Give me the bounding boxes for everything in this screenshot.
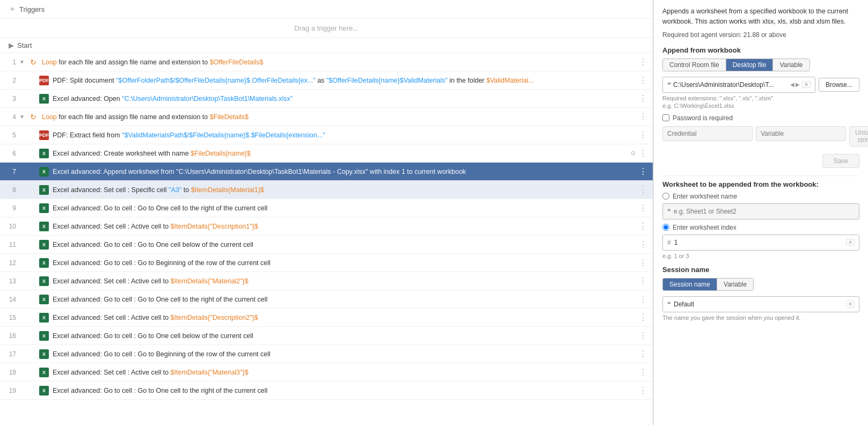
step-more-btn-18[interactable]: ⋮: [638, 367, 648, 377]
session-hint: The name you gave the session when you o…: [662, 314, 859, 321]
plus-icon: ＋: [9, 4, 16, 14]
step-more-btn-19[interactable]: ⋮: [638, 385, 648, 395]
clear-index-btn[interactable]: ✕: [846, 239, 855, 246]
step-more-btn-6[interactable]: ⋮: [638, 148, 648, 158]
step-text-2: PDF: Split document "$OfferFolderPath$/$…: [53, 77, 638, 84]
step-num-12: 12: [4, 259, 19, 267]
step-more-btn-1[interactable]: ⋮: [638, 57, 648, 67]
password-label: Password is required: [673, 114, 733, 122]
step-num-17: 17: [4, 350, 19, 358]
worksheet-name-input-box[interactable]: ❝: [662, 203, 859, 219]
step-row-4[interactable]: 4▼↻Loop for each file and assign file na…: [0, 108, 653, 126]
step-row-16[interactable]: 16XExcel advanced: Go to cell : Go to On…: [0, 327, 653, 345]
step-more-btn-15[interactable]: ⋮: [638, 312, 648, 323]
step-more-btn-3[interactable]: ⋮: [638, 93, 648, 104]
step-icon-7: X: [39, 166, 49, 177]
step-more-btn-10[interactable]: ⋮: [638, 221, 648, 231]
step-row-13[interactable]: 13XExcel advanced: Set cell : Active cel…: [0, 272, 653, 290]
step-more-btn-16[interactable]: ⋮: [638, 331, 648, 341]
radio-worksheet-index[interactable]: [662, 224, 669, 231]
append-section-label: Append from workbook: [662, 46, 859, 54]
step-more-btn-13[interactable]: ⋮: [638, 276, 648, 286]
step-row-12[interactable]: 12XExcel advanced: Go to cell : Go to Be…: [0, 254, 653, 272]
step-more-btn-2[interactable]: ⋮: [638, 75, 648, 85]
worksheet-index-input[interactable]: [674, 239, 846, 246]
step-row-3[interactable]: 3XExcel advanced: Open "C:\Users\Adminis…: [0, 90, 653, 108]
step-text-4: Loop for each file and assign file name …: [42, 113, 638, 121]
tab-desktop-file[interactable]: Desktop file: [726, 59, 773, 71]
step-text-9: Excel advanced: Go to cell : Go to One c…: [53, 204, 638, 212]
password-checkbox[interactable]: [662, 114, 669, 121]
step-more-btn-8[interactable]: ⋮: [638, 185, 648, 195]
start-label: Start: [17, 41, 32, 49]
step-row-17[interactable]: 17XExcel advanced: Go to cell : Go to Be…: [0, 345, 653, 363]
step-row-7[interactable]: 7XExcel advanced: Append worksheet from …: [0, 163, 653, 181]
nav-left-icon[interactable]: ◀: [790, 82, 794, 87]
step-icon-8: X: [39, 185, 49, 195]
step-num-6: 6: [4, 150, 19, 157]
step-text-19: Excel advanced: Go to cell : Go to One c…: [53, 387, 638, 394]
step-row-2[interactable]: 2PDFPDF: Split document "$OfferFolderPat…: [0, 71, 653, 90]
tab-variable-workbook[interactable]: Variable: [772, 59, 809, 71]
step-text-13: Excel advanced: Set cell : Active cell t…: [53, 277, 638, 285]
session-label: Session name: [662, 266, 859, 274]
credential-input[interactable]: [662, 126, 753, 141]
step-more-btn-7[interactable]: ⋮: [638, 166, 648, 177]
save-btn-row: Save: [662, 154, 859, 168]
quote-icon-ws: ❝: [667, 208, 670, 215]
unsafe-string-btn[interactable]: Unsafe string: [849, 126, 868, 146]
radio-worksheet-name[interactable]: [662, 193, 669, 200]
variable-pwd-input[interactable]: [756, 126, 846, 141]
step-row-18[interactable]: 18XExcel advanced: Set cell : Active cel…: [0, 363, 653, 382]
step-num-2: 2: [4, 77, 19, 84]
step-more-btn-9[interactable]: ⋮: [638, 203, 648, 213]
eg-hint: e.g. C:\Working\Excel1.xlsx: [662, 102, 859, 109]
step-row-1[interactable]: 1▼↻Loop for each file and assign file na…: [0, 53, 653, 71]
step-num-7: 7: [4, 168, 19, 175]
worksheet-name-input[interactable]: [674, 208, 855, 215]
worksheet-index-input-box[interactable]: # ✕: [662, 235, 859, 251]
step-row-6[interactable]: 6XExcel advanced: Create worksheet with …: [0, 144, 653, 163]
step-expand-1[interactable]: ▼: [19, 59, 28, 65]
clear-file-btn[interactable]: ✕: [802, 81, 811, 88]
tab-control-room-file[interactable]: Control Room file: [663, 59, 726, 71]
left-panel: ＋ Triggers Drag a trigger here... ▶ Star…: [0, 0, 653, 425]
step-num-3: 3: [4, 95, 19, 102]
step-status-icon-6: ⊙: [631, 150, 636, 157]
step-icon-11: X: [39, 239, 49, 250]
step-icon-10: X: [39, 221, 49, 232]
file-path-input[interactable]: ❝ C:\Users\Administrator\Desktop\T... ◀ …: [662, 77, 815, 93]
step-more-btn-4[interactable]: ⋮: [638, 112, 648, 122]
session-value-input-box[interactable]: ❝ ✕: [662, 296, 859, 312]
step-row-9[interactable]: 9XExcel advanced: Go to cell : Go to One…: [0, 199, 653, 217]
step-row-19[interactable]: 19XExcel advanced: Go to cell : Go to On…: [0, 382, 653, 400]
step-text-8: Excel advanced: Set cell : Specific cell…: [53, 186, 638, 194]
step-row-10[interactable]: 10XExcel advanced: Set cell : Active cel…: [0, 217, 653, 236]
step-more-btn-17[interactable]: ⋮: [638, 349, 648, 359]
step-more-btn-12[interactable]: ⋮: [638, 258, 648, 268]
clear-session-btn[interactable]: ✕: [846, 301, 855, 307]
step-more-btn-14[interactable]: ⋮: [638, 294, 648, 304]
step-row-15[interactable]: 15XExcel advanced: Set cell : Active cel…: [0, 309, 653, 327]
step-row-11[interactable]: 11XExcel advanced: Go to cell : Go to On…: [0, 236, 653, 254]
nav-arrows: ◀ ▶: [790, 82, 800, 87]
quote-icon: ❝: [667, 80, 671, 89]
tab-session-variable[interactable]: Variable: [717, 279, 753, 290]
nav-right-icon[interactable]: ▶: [796, 82, 800, 87]
save-button[interactable]: Save: [822, 154, 859, 168]
drag-trigger-area: Drag a trigger here...: [0, 19, 653, 38]
hash-icon: #: [667, 239, 671, 246]
tab-session-name[interactable]: Session name: [663, 279, 717, 290]
worksheet-label: Worksheet to be appended from the workbo…: [662, 180, 859, 188]
session-value-input[interactable]: [674, 301, 846, 308]
step-expand-4[interactable]: ▼: [19, 114, 28, 120]
step-text-1: Loop for each file and assign file name …: [42, 58, 638, 66]
step-row-8[interactable]: 8XExcel advanced: Set cell : Specific ce…: [0, 181, 653, 199]
start-triangle-icon: ▶: [9, 41, 14, 49]
step-row-14[interactable]: 14XExcel advanced: Go to cell : Go to On…: [0, 290, 653, 309]
browse-button[interactable]: Browse...: [819, 78, 859, 92]
step-more-btn-5[interactable]: ⋮: [638, 130, 648, 140]
step-row-5[interactable]: 5PDFPDF: Extract field from "$ValidMater…: [0, 126, 653, 144]
step-icon-15: X: [39, 312, 49, 323]
step-more-btn-11[interactable]: ⋮: [638, 239, 648, 250]
